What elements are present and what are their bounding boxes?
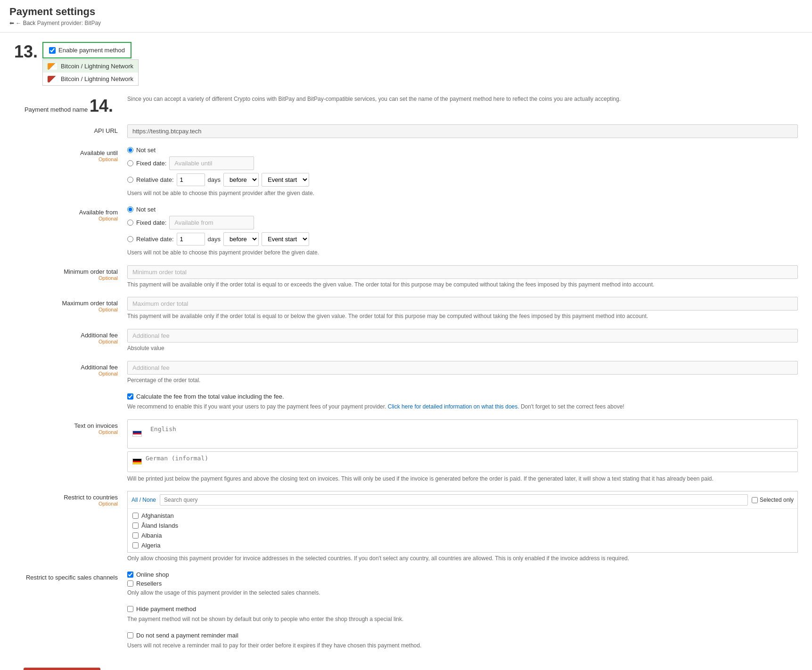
payment-method-name-section: Payment method name 14. Since you can ac… bbox=[14, 93, 798, 116]
additional-fee-abs-section: Additional fee Optional Absolute value bbox=[14, 329, 798, 352]
country-checkbox-aland[interactable] bbox=[132, 523, 139, 529]
english-flag-icon bbox=[132, 431, 142, 437]
min-order-content: This payment will be available only if t… bbox=[127, 265, 798, 289]
payment-method-name-content: Since you can accept a variety of differ… bbox=[127, 93, 798, 103]
available-until-relative: Relative date: days before after Event s… bbox=[127, 173, 798, 187]
available-until-content: Not set Fixed date: Relative date: days bbox=[127, 147, 798, 197]
from-fixed-date-input[interactable] bbox=[169, 216, 254, 229]
api-url-content bbox=[127, 124, 798, 138]
enable-method-label[interactable]: Enable payment method bbox=[49, 47, 125, 54]
restrict-channels-content: Online shop Resellers Only allow the usa… bbox=[127, 571, 798, 597]
country-checkbox-algeria[interactable] bbox=[132, 542, 139, 548]
resellers-checkbox[interactable] bbox=[127, 580, 133, 587]
calculate-fee-checkbox[interactable] bbox=[127, 393, 133, 400]
invoice-text-en-row bbox=[127, 419, 798, 449]
until-fixed-date-input[interactable] bbox=[169, 156, 254, 170]
countries-search-input[interactable] bbox=[160, 494, 748, 506]
breadcrumb: ⬅ ← Back Payment provider: BitPay bbox=[9, 20, 803, 26]
available-from-label: Available from Optional bbox=[14, 206, 127, 221]
online-shop-checkbox[interactable] bbox=[127, 572, 133, 578]
hide-payment-checkbox[interactable] bbox=[127, 606, 133, 612]
max-order-content: This payment will be available only if t… bbox=[127, 297, 798, 320]
step14-label: 14. bbox=[90, 96, 113, 116]
additional-fee-abs-sub: Absolute value bbox=[127, 344, 798, 352]
additional-fee-pct-sub: Percentage of the order total. bbox=[127, 376, 798, 384]
text-on-invoices-label: Text on invoices Optional bbox=[14, 419, 127, 435]
german-flag-icon bbox=[132, 458, 142, 465]
until-before-select[interactable]: before after bbox=[223, 173, 259, 187]
api-url-label: API URL bbox=[14, 124, 127, 134]
payment-method-name-help: Since you can accept a variety of differ… bbox=[127, 95, 798, 103]
additional-fee-pct-section: Additional fee Optional Percentage of th… bbox=[14, 361, 798, 384]
bitcoin-flag-icon-1 bbox=[48, 63, 57, 70]
available-until-section: Available until Optional Not set Fixed d… bbox=[14, 147, 798, 197]
countries-wrapper: All / None Selected only Afghanistan bbox=[127, 491, 798, 553]
calculate-fee-help: We recommend to enable this if you want … bbox=[127, 403, 798, 411]
page-title: Payment settings bbox=[9, 6, 803, 18]
api-url-input[interactable] bbox=[127, 124, 798, 138]
list-item: Afghanistan bbox=[128, 511, 797, 521]
selected-only-checkbox[interactable] bbox=[752, 497, 758, 503]
text-on-invoices-content: Will be printed just below the payment f… bbox=[127, 419, 798, 483]
from-days-label: days bbox=[208, 236, 221, 243]
payment-method-name-label: Payment method name 14. bbox=[14, 93, 127, 116]
until-not-set-radio[interactable] bbox=[127, 147, 133, 153]
page-header: Payment settings ⬅ ← Back Payment provid… bbox=[0, 0, 812, 33]
until-days-label: days bbox=[208, 176, 221, 183]
countries-toolbar: All / None Selected only bbox=[128, 491, 797, 509]
available-from-relative: Relative date: days before after Event s… bbox=[127, 232, 798, 246]
selected-only-group: Selected only bbox=[752, 497, 794, 503]
from-event-select[interactable]: Event start Event end bbox=[262, 232, 309, 246]
max-order-label: Maximum order total Optional bbox=[14, 297, 127, 312]
available-from-content: Not set Fixed date: Relative date: days bbox=[127, 206, 798, 257]
restrict-countries-label: Restrict to countries Optional bbox=[14, 491, 127, 507]
invoice-text-de-textarea[interactable] bbox=[146, 455, 793, 469]
no-reminder-section: Do not send a payment reminder mail User… bbox=[14, 632, 798, 650]
min-order-input[interactable] bbox=[127, 265, 798, 279]
calculate-fee-content: Calculate the fee from the total value i… bbox=[127, 393, 798, 411]
until-relative-radio[interactable] bbox=[127, 177, 133, 183]
no-reminder-checkbox[interactable] bbox=[127, 632, 133, 638]
text-on-invoices-section: Text on invoices Optional Will be printe… bbox=[14, 419, 798, 483]
additional-fee-abs-input[interactable] bbox=[127, 329, 798, 343]
min-order-label: Minimum order total Optional bbox=[14, 265, 127, 281]
available-until-help: Users will not be able to choose this pa… bbox=[127, 189, 798, 197]
main-content: 13. Enable payment method Bitcoin / Ligh… bbox=[0, 33, 812, 670]
max-order-input[interactable] bbox=[127, 297, 798, 310]
country-checkbox-albania[interactable] bbox=[132, 532, 139, 539]
max-order-help: This payment will be available only if t… bbox=[127, 312, 798, 320]
all-none-link[interactable]: All / None bbox=[131, 497, 156, 503]
disconnect-button[interactable]: Disconnect from BitPay bbox=[24, 668, 100, 670]
country-checkbox-afghanistan[interactable] bbox=[132, 513, 139, 519]
hide-payment-help: The payment method will not be shown by … bbox=[127, 615, 798, 623]
additional-fee-pct-label: Additional fee Optional bbox=[14, 361, 127, 376]
enable-method-checkbox[interactable] bbox=[49, 47, 56, 54]
from-fixed-radio[interactable] bbox=[127, 220, 133, 226]
resellers-group: Resellers bbox=[127, 580, 798, 587]
until-fixed-radio[interactable] bbox=[127, 160, 133, 166]
dropdown-item-1[interactable]: Bitcoin / Lightning Network bbox=[43, 60, 138, 73]
available-until-not-set: Not set bbox=[127, 147, 798, 154]
enable-method-box: Enable payment method bbox=[42, 42, 131, 58]
online-shop-group: Online shop bbox=[127, 571, 798, 578]
additional-fee-abs-label: Additional fee Optional bbox=[14, 329, 127, 344]
until-relative-number[interactable] bbox=[177, 173, 205, 186]
from-before-select[interactable]: before after bbox=[223, 232, 259, 246]
dropdown-item-2[interactable]: Bitcoin / Lightning Network bbox=[43, 73, 138, 85]
from-relative-number[interactable] bbox=[177, 233, 205, 245]
countries-list: Afghanistan Åland Islands bbox=[128, 509, 797, 552]
calculate-fee-section: Calculate the fee from the total value i… bbox=[14, 393, 798, 411]
until-event-select[interactable]: Event start Event end bbox=[262, 173, 309, 187]
from-not-set-radio[interactable] bbox=[127, 206, 133, 212]
restrict-countries-help: Only allow choosing this payment provide… bbox=[127, 555, 798, 563]
additional-fee-pct-input[interactable] bbox=[127, 361, 798, 375]
min-order-help: This payment will be available only if t… bbox=[127, 281, 798, 289]
invoice-text-en-textarea[interactable] bbox=[146, 423, 793, 442]
calculate-fee-link[interactable]: Click here for detailed information on w… bbox=[388, 403, 519, 410]
back-link[interactable]: ⬅ ← Back bbox=[9, 20, 37, 26]
from-relative-radio[interactable] bbox=[127, 236, 133, 242]
additional-fee-pct-content: Percentage of the order total. bbox=[127, 361, 798, 384]
min-order-section: Minimum order total Optional This paymen… bbox=[14, 265, 798, 289]
breadcrumb-text: Payment provider: BitPay bbox=[37, 20, 101, 26]
hide-payment-section: Hide payment method The payment method w… bbox=[14, 605, 798, 623]
